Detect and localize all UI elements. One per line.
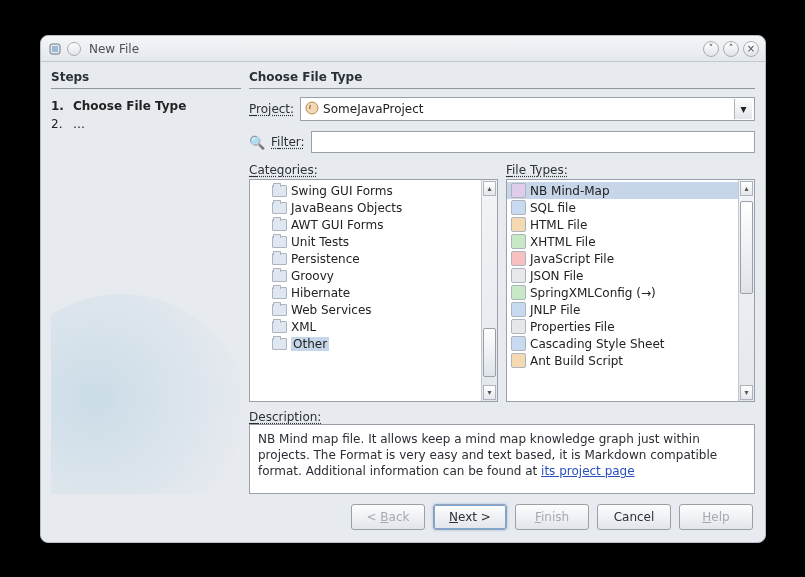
category-label: Web Services (291, 303, 372, 317)
project-select[interactable]: SomeJavaProject ▾ (300, 97, 755, 121)
file-icon (511, 217, 526, 232)
filetype-item[interactable]: XHTML File (507, 233, 738, 250)
file-icon (511, 234, 526, 249)
back-button[interactable]: < Back (351, 504, 425, 530)
project-page-link[interactable]: its project page (541, 464, 635, 478)
filetype-item[interactable]: Cascading Style Sheet (507, 335, 738, 352)
filetype-item[interactable]: SQL file (507, 199, 738, 216)
categories-label: Categories: (249, 163, 498, 177)
file-icon (511, 285, 526, 300)
finish-button[interactable]: Finish (515, 504, 589, 530)
dialog-footer: < Back Next > Finish Cancel Help (41, 494, 765, 542)
category-item[interactable]: Other (250, 335, 481, 352)
filetype-item[interactable]: HTML File (507, 216, 738, 233)
steps-list: 1. Choose File Type 2. … (51, 97, 241, 133)
description-text: NB Mind map file. It allows keep a mind … (258, 432, 717, 478)
category-label: Groovy (291, 269, 334, 283)
minimize-button[interactable]: ˅ (703, 41, 719, 57)
close-button[interactable]: × (743, 41, 759, 57)
category-item[interactable]: Hibernate (250, 284, 481, 301)
filetype-item[interactable]: SpringXMLConfig (→) (507, 284, 738, 301)
scroll-down-button[interactable]: ▾ (483, 385, 496, 400)
filetype-label: HTML File (530, 218, 587, 232)
category-label: Hibernate (291, 286, 350, 300)
folder-icon (272, 304, 287, 316)
filetype-item[interactable]: JavaScript File (507, 250, 738, 267)
file-icon (511, 251, 526, 266)
category-label: AWT GUI Forms (291, 218, 383, 232)
file-icon (511, 183, 526, 198)
scroll-thumb[interactable] (740, 201, 753, 295)
folder-icon (272, 270, 287, 282)
category-label: Persistence (291, 252, 360, 266)
steps-panel: Steps 1. Choose File Type 2. … (51, 70, 241, 494)
svg-rect-1 (52, 46, 58, 52)
filetype-item[interactable]: Ant Build Script (507, 352, 738, 369)
scroll-thumb[interactable] (483, 328, 496, 377)
folder-icon (272, 321, 287, 333)
project-value: SomeJavaProject (323, 102, 734, 116)
help-button[interactable]: Help (679, 504, 753, 530)
category-item[interactable]: AWT GUI Forms (250, 216, 481, 233)
java-project-icon (305, 101, 319, 118)
filetype-label: Cascading Style Sheet (530, 337, 665, 351)
filetypes-scrollbar[interactable]: ▴ ▾ (738, 180, 754, 401)
filetype-label: SQL file (530, 201, 576, 215)
step-item: 1. Choose File Type (51, 97, 241, 115)
category-item[interactable]: JavaBeans Objects (250, 199, 481, 216)
categories-listbox[interactable]: Swing GUI FormsJavaBeans ObjectsAWT GUI … (249, 179, 498, 402)
filetype-label: JSON File (530, 269, 583, 283)
scroll-up-button[interactable]: ▴ (740, 181, 753, 196)
svg-point-2 (306, 102, 318, 114)
category-item[interactable]: XML (250, 318, 481, 335)
file-icon (511, 353, 526, 368)
category-label: Other (291, 337, 329, 351)
pin-button[interactable] (67, 42, 81, 56)
window-title: New File (89, 42, 703, 56)
description-box: NB Mind map file. It allows keep a mind … (249, 424, 755, 494)
filetypes-label: File Types: (506, 163, 755, 177)
category-label: JavaBeans Objects (291, 201, 402, 215)
filter-label: Filter: (271, 135, 305, 149)
filetype-label: JavaScript File (530, 252, 614, 266)
filter-input[interactable] (311, 131, 755, 153)
category-item[interactable]: Persistence (250, 250, 481, 267)
project-label: Project: (249, 102, 294, 116)
filetype-label: SpringXMLConfig (→) (530, 286, 656, 300)
category-item[interactable]: Swing GUI Forms (250, 182, 481, 199)
scroll-down-button[interactable]: ▾ (740, 385, 753, 400)
file-icon (511, 336, 526, 351)
folder-icon (272, 287, 287, 299)
folder-icon (272, 185, 287, 197)
file-icon (511, 319, 526, 334)
category-item[interactable]: Unit Tests (250, 233, 481, 250)
step-item: 2. … (51, 115, 241, 133)
steps-heading: Steps (51, 70, 241, 89)
new-file-dialog: New File ˅ ˄ × Steps 1. Choose File Type… (40, 35, 766, 543)
cancel-button[interactable]: Cancel (597, 504, 671, 530)
filetype-item[interactable]: NB Mind-Map (507, 182, 738, 199)
main-panel: Choose File Type Project: SomeJavaProjec… (249, 70, 755, 494)
folder-icon (272, 236, 287, 248)
chevron-down-icon[interactable]: ▾ (734, 99, 752, 119)
categories-scrollbar[interactable]: ▴ ▾ (481, 180, 497, 401)
filetype-item[interactable]: JNLP File (507, 301, 738, 318)
file-icon (511, 268, 526, 283)
category-item[interactable]: Web Services (250, 301, 481, 318)
category-label: Swing GUI Forms (291, 184, 393, 198)
folder-icon (272, 253, 287, 265)
file-icon (511, 200, 526, 215)
filetype-item[interactable]: JSON File (507, 267, 738, 284)
titlebar: New File ˅ ˄ × (41, 36, 765, 62)
category-label: Unit Tests (291, 235, 349, 249)
page-title: Choose File Type (249, 70, 755, 89)
filetypes-listbox[interactable]: NB Mind-MapSQL fileHTML FileXHTML FileJa… (506, 179, 755, 402)
filetype-item[interactable]: Properties File (507, 318, 738, 335)
scroll-up-button[interactable]: ▴ (483, 181, 496, 196)
app-icon (47, 41, 63, 57)
next-button[interactable]: Next > (433, 504, 507, 530)
file-icon (511, 302, 526, 317)
category-item[interactable]: Groovy (250, 267, 481, 284)
filetype-label: NB Mind-Map (530, 184, 610, 198)
maximize-button[interactable]: ˄ (723, 41, 739, 57)
